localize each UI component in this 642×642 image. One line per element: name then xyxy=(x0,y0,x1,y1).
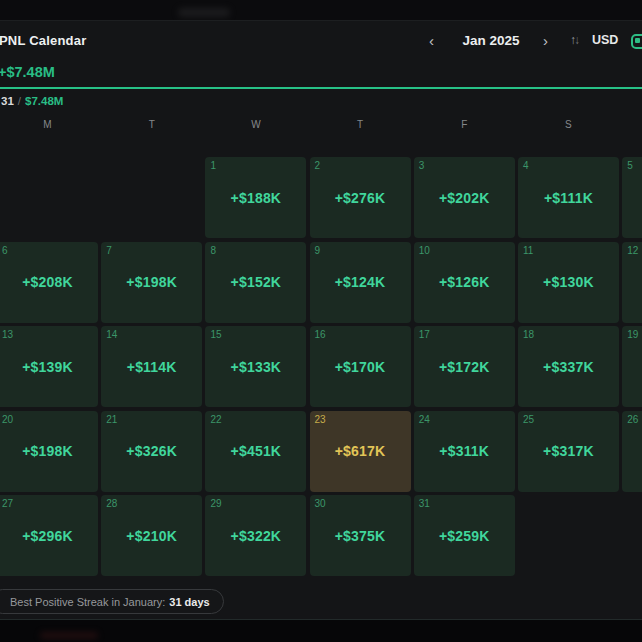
day-pnl-value: +$139K xyxy=(22,359,73,375)
weekday-label: F xyxy=(414,119,515,130)
bottom-background-strip xyxy=(0,620,642,642)
day-number: 4 xyxy=(523,160,529,171)
calendar-day-cell[interactable]: 11+$130K xyxy=(518,242,619,323)
calendar-day-cell[interactable]: 24+$311K xyxy=(414,411,515,492)
day-pnl-value: +$317K xyxy=(543,443,594,459)
calendar-day-cell[interactable]: 21+$326K xyxy=(101,411,202,492)
calendar-day-cell[interactable]: 30+$375K xyxy=(310,495,411,576)
day-number: 28 xyxy=(106,498,117,509)
positive-days-count: 31 xyxy=(1,95,14,107)
background-artifact xyxy=(40,632,98,639)
day-pnl-value: +$172K xyxy=(439,359,490,375)
day-pnl-value: +$111K xyxy=(544,190,593,206)
streak-badge-label: Best Positive Streak in January: xyxy=(10,596,165,608)
calendar-day-cell[interactable]: 12 xyxy=(622,242,642,323)
day-pnl-value: +$311K xyxy=(439,443,489,459)
toolbar-action-icon[interactable] xyxy=(631,34,642,49)
day-pnl-value: +$114K xyxy=(127,359,177,375)
day-number: 16 xyxy=(315,329,326,340)
calendar-day-cell[interactable]: 7+$198K xyxy=(101,242,202,323)
day-pnl-value: +$276K xyxy=(335,190,386,206)
calendar-day-cell[interactable]: 22+$451K xyxy=(205,411,306,492)
currency-label[interactable]: USD xyxy=(592,33,618,47)
day-pnl-value: +$337K xyxy=(543,359,594,375)
calendar-day-cell[interactable]: 31+$259K xyxy=(414,495,515,576)
calendar-day-cell[interactable]: 9+$124K xyxy=(310,242,411,323)
calendar-day-cell[interactable]: 19 xyxy=(622,326,642,407)
calendar-day-cell[interactable]: 10+$126K xyxy=(414,242,515,323)
calendar-day-cell[interactable]: 2+$276K xyxy=(310,157,411,238)
day-pnl-value: +$208K xyxy=(22,274,73,290)
streak-summary: 31 / $7.48M xyxy=(1,95,63,107)
day-number: 8 xyxy=(210,245,216,256)
day-number: 29 xyxy=(210,498,221,509)
arrow-down-icon: ↓ xyxy=(574,33,578,47)
day-pnl-value: +$202K xyxy=(439,190,490,206)
day-pnl-value: +$133K xyxy=(231,359,282,375)
day-pnl-value: +$130K xyxy=(543,274,594,290)
pnl-calendar-screen: PNL Calendar ‹ Jan 2025 › ↑↓ USD +$7.48M… xyxy=(0,0,642,642)
calendar-grid: 1+$188K2+$276K3+$202K4+$111K56+$208K7+$1… xyxy=(0,157,642,576)
weekday-label: S xyxy=(518,119,619,130)
day-pnl-value: +$375K xyxy=(335,528,386,544)
month-label: Jan 2025 xyxy=(449,33,533,48)
calendar-day-cell[interactable]: 15+$133K xyxy=(205,326,306,407)
calendar-day-cell[interactable]: 26 xyxy=(622,411,642,492)
day-number: 21 xyxy=(106,414,117,425)
day-number: 1 xyxy=(210,160,216,171)
calendar-day-cell[interactable]: 4+$111K xyxy=(518,157,619,238)
calendar-day-cell[interactable]: 28+$210K xyxy=(101,495,202,576)
day-number: 11 xyxy=(523,245,533,256)
day-pnl-value: +$259K xyxy=(439,528,490,544)
next-month-button[interactable]: › xyxy=(543,32,548,50)
calendar-day-cell[interactable]: 16+$170K xyxy=(310,326,411,407)
streak-badge: Best Positive Streak in January: 31 days xyxy=(0,589,224,614)
calendar-day-cell[interactable]: 13+$139K xyxy=(0,326,98,407)
calendar-day-cell[interactable]: 29+$322K xyxy=(205,495,306,576)
day-number: 30 xyxy=(315,498,326,509)
calendar-day-cell[interactable]: 18+$337K xyxy=(518,326,619,407)
calendar-day-cell[interactable]: 23+$617K xyxy=(310,411,411,492)
calendar-day-cell[interactable]: 27+$296K xyxy=(0,495,98,576)
separator: / xyxy=(18,95,21,107)
day-number: 22 xyxy=(210,414,221,425)
prev-month-button[interactable]: ‹ xyxy=(429,32,434,50)
calendar-day-cell[interactable]: 5 xyxy=(622,157,642,238)
calendar-day-cell[interactable]: 8+$152K xyxy=(205,242,306,323)
day-pnl-value: +$617K xyxy=(335,443,386,459)
calendar-day-cell[interactable]: 1+$188K xyxy=(205,157,306,238)
day-pnl-value: +$210K xyxy=(126,528,177,544)
day-pnl-value: +$296K xyxy=(22,528,73,544)
day-number: 23 xyxy=(315,414,326,425)
day-number: 3 xyxy=(419,160,425,171)
day-pnl-value: +$451K xyxy=(231,443,282,459)
day-number: 31 xyxy=(419,498,430,509)
day-number: 5 xyxy=(627,160,633,171)
weekday-label: M xyxy=(0,119,98,130)
day-pnl-value: +$322K xyxy=(231,528,282,544)
calendar-empty-cell xyxy=(622,495,642,576)
day-pnl-value: +$188K xyxy=(231,190,282,206)
calendar-empty-cell xyxy=(101,157,202,238)
day-number: 9 xyxy=(315,245,321,256)
sort-toggle[interactable]: ↑↓ xyxy=(570,33,578,47)
day-number: 10 xyxy=(419,245,430,256)
background-artifact xyxy=(178,8,230,17)
day-pnl-value: +$198K xyxy=(22,443,73,459)
day-pnl-value: +$124K xyxy=(335,274,386,290)
positive-days-progress-bar xyxy=(0,87,642,89)
day-number: 7 xyxy=(106,245,112,256)
calendar-empty-cell xyxy=(518,495,619,576)
day-number: 27 xyxy=(2,498,13,509)
calendar-day-cell[interactable]: 25+$317K xyxy=(518,411,619,492)
calendar-day-cell[interactable]: 14+$114K xyxy=(101,326,202,407)
day-number: 19 xyxy=(627,329,638,340)
calendar-day-cell[interactable]: 17+$172K xyxy=(414,326,515,407)
calendar-day-cell[interactable]: 6+$208K xyxy=(0,242,98,323)
top-background-strip xyxy=(0,0,642,20)
calendar-day-cell[interactable]: 3+$202K xyxy=(414,157,515,238)
streak-total-value: $7.48M xyxy=(25,95,63,107)
day-number: 20 xyxy=(2,414,13,425)
page-title: PNL Calendar xyxy=(0,33,86,48)
calendar-day-cell[interactable]: 20+$198K xyxy=(0,411,98,492)
